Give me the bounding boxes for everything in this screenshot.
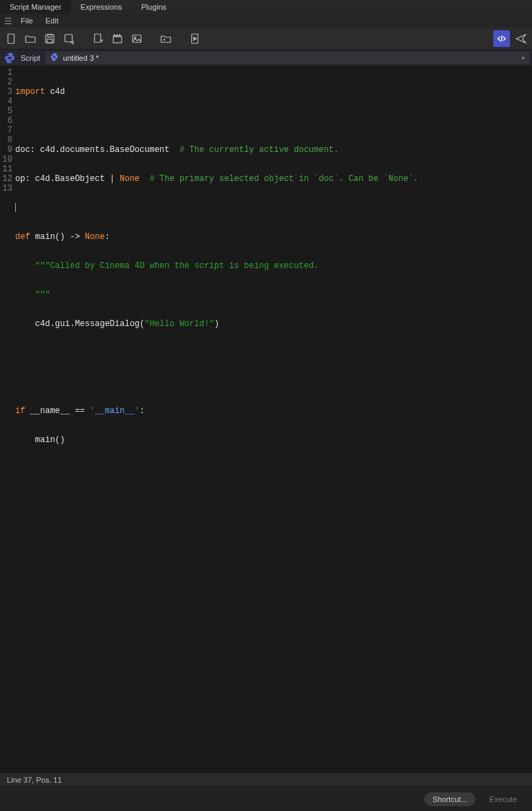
line-number: 11 [0,164,12,174]
script-selector-bar: Script untitled 3 * ▾ [0,50,532,66]
execute-button[interactable]: Execute [481,792,525,806]
svg-rect-6 [113,37,122,43]
code-content[interactable]: import c4d doc: c4d.documents.BaseDocume… [15,68,532,772]
svg-rect-4 [65,35,73,42]
code-editor[interactable]: 1 2 3 4 5 6 7 8 9 10 11 12 13 import c4d… [0,66,532,772]
line-number: 2 [0,77,12,87]
line-number-gutter: 1 2 3 4 5 6 7 8 9 10 11 12 13 [0,68,15,772]
save-icon[interactable] [41,30,58,47]
python-icon [3,51,17,65]
tab-plugins[interactable]: Plugins [132,0,176,14]
svg-rect-3 [47,39,53,42]
svg-point-9 [164,39,165,40]
python-small-icon [50,53,59,63]
toolbar [0,28,532,50]
line-number: 8 [0,135,12,145]
shortcut-button[interactable]: Shortcut... [424,792,475,806]
send-icon[interactable] [513,30,529,47]
footer-bar: Shortcut... Execute [0,786,532,811]
svg-rect-0 [8,34,15,44]
image-icon[interactable] [129,30,145,47]
menubar: ☰ File Edit [0,14,532,28]
clapperboard-icon[interactable] [109,30,126,47]
folder-image-icon[interactable] [158,30,174,47]
line-number: 6 [0,116,12,126]
line-number: 9 [0,145,12,155]
line-number: 7 [0,126,12,135]
svg-rect-5 [95,34,101,42]
play-file-icon[interactable] [187,30,203,47]
line-number: 4 [0,97,12,106]
line-number: 10 [0,155,12,164]
line-number: 5 [0,106,12,116]
line-number: 12 [0,174,12,184]
svg-rect-2 [48,35,52,37]
line-number: 1 [0,68,12,77]
top-tabbar: Script Manager Expressions Plugins [0,0,532,14]
status-bar: Line 37, Pos. 11 [0,772,532,786]
script-label: Script [21,54,41,62]
line-number: 13 [0,184,12,193]
tab-script-manager[interactable]: Script Manager [0,0,71,14]
chevron-down-icon: ▾ [522,55,525,61]
code-icon[interactable] [493,30,510,47]
svg-rect-7 [133,35,141,42]
hamburger-icon[interactable]: ☰ [3,16,14,26]
tab-expressions[interactable]: Expressions [71,0,132,14]
open-folder-icon[interactable] [22,30,39,47]
save-as-icon[interactable] [61,30,77,47]
script-dropdown[interactable]: untitled 3 * ▾ [46,52,529,64]
menu-file[interactable]: File [15,15,39,26]
line-number: 3 [0,87,12,97]
new-file-icon[interactable] [3,30,19,47]
menu-edit[interactable]: Edit [40,15,64,26]
import-image-icon[interactable] [90,30,106,47]
script-selected-name: untitled 3 * [63,54,99,62]
cursor-position: Line 37, Pos. 11 [7,776,62,784]
